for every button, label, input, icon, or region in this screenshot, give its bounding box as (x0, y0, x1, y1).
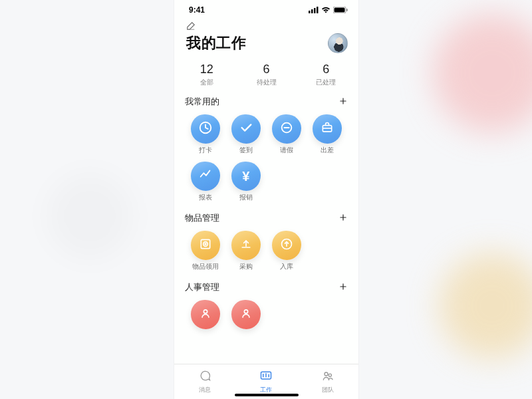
svg-point-15 (244, 310, 247, 313)
app-expense[interactable]: ¥ 报销 (225, 162, 266, 202)
tab-label: 团队 (322, 386, 334, 394)
app-warehouse-in[interactable]: 入库 (267, 231, 307, 271)
svg-rect-5 (334, 8, 345, 13)
svg-point-18 (329, 374, 331, 376)
add-icon[interactable] (338, 282, 348, 293)
app-label: 请假 (280, 146, 293, 155)
briefcase-icon (321, 121, 334, 137)
section-title-goods: 物品管理 (185, 213, 348, 224)
work-icon (259, 369, 273, 385)
svg-rect-2 (314, 8, 316, 13)
favorites-grid: 打卡 签到 请假 出差 报表 ¥ (185, 114, 348, 202)
svg-point-12 (205, 243, 206, 245)
stage: 9:41 我的工作 (0, 0, 532, 399)
add-icon[interactable] (338, 213, 348, 224)
app-label: 出差 (321, 146, 334, 155)
stat-value: 12 (177, 63, 237, 76)
signal-icon (309, 7, 319, 13)
svg-rect-3 (317, 7, 319, 13)
status-bar: 9:41 (174, 0, 358, 20)
app-label: 采购 (239, 263, 253, 271)
app-checkin[interactable]: 签到 (225, 114, 266, 155)
app-report[interactable]: 报表 (185, 162, 225, 202)
tab-messages[interactable]: 消息 (174, 364, 235, 399)
stat-value: 6 (237, 63, 297, 76)
phone-frame: 9:41 我的工作 (174, 0, 358, 399)
chat-icon (198, 369, 211, 385)
clock-icon (198, 120, 213, 138)
edit-icon[interactable] (186, 21, 196, 31)
upload-icon (239, 237, 253, 253)
yen-icon: ¥ (242, 169, 249, 184)
svg-rect-6 (346, 9, 348, 11)
app-label: 签到 (239, 146, 253, 155)
app-leave[interactable]: 请假 (267, 114, 307, 155)
wifi-icon (321, 7, 331, 13)
team-icon (321, 369, 334, 385)
app-label: 打卡 (199, 146, 212, 155)
section-title-hr: 人事管理 (185, 282, 348, 293)
trend-icon (198, 168, 213, 185)
app-label: 报销 (239, 194, 253, 202)
app-purchase[interactable]: 采购 (225, 231, 266, 271)
tab-label: 消息 (199, 386, 211, 394)
stat-label: 待处理 (237, 78, 297, 87)
add-icon[interactable] (338, 96, 348, 108)
box-icon (199, 237, 212, 253)
app-hr-item[interactable] (225, 300, 266, 329)
app-goods-take[interactable]: 物品领用 (185, 231, 225, 271)
section-label: 人事管理 (185, 282, 219, 293)
tab-team[interactable]: 团队 (297, 364, 358, 399)
section-title-favorites: 我常用的 (185, 96, 348, 108)
svg-rect-0 (309, 11, 311, 13)
stat-done[interactable]: 6 已处理 (296, 63, 356, 87)
tab-bar: 消息 工作 团队 (174, 364, 358, 399)
app-trip[interactable]: 出差 (307, 114, 348, 155)
stat-all[interactable]: 12 全部 (177, 63, 237, 87)
app-label: 报表 (199, 194, 212, 202)
status-time: 9:41 (189, 5, 205, 15)
home-indicator (235, 394, 299, 396)
battery-icon (333, 7, 348, 13)
svg-point-14 (203, 310, 207, 313)
minus-circle-icon (279, 120, 294, 138)
stat-label: 全部 (177, 78, 237, 87)
content-scroll[interactable]: 我常用的 打卡 签到 请假 (174, 94, 358, 364)
app-label: 入库 (280, 263, 293, 271)
goods-grid: 物品领用 采购 入库 (185, 231, 348, 271)
stat-pending[interactable]: 6 待处理 (237, 63, 297, 87)
check-icon (239, 120, 253, 138)
section-label: 物品管理 (185, 213, 219, 224)
stat-label: 已处理 (296, 78, 356, 87)
arrow-up-circle-icon (280, 237, 293, 253)
decorative-blob (439, 253, 532, 359)
app-punch[interactable]: 打卡 (185, 114, 225, 155)
stats-row: 12 全部 6 待处理 6 已处理 (174, 59, 358, 94)
person-icon (239, 307, 253, 323)
svg-point-17 (325, 372, 328, 376)
svg-rect-1 (311, 9, 313, 13)
person-icon (199, 307, 212, 323)
app-hr-item[interactable] (185, 300, 225, 329)
header: 我的工作 (174, 20, 358, 59)
stat-value: 6 (296, 63, 356, 76)
app-label: 物品领用 (192, 263, 219, 271)
avatar[interactable] (328, 33, 348, 53)
decorative-blob (47, 173, 133, 259)
page-title: 我的工作 (186, 33, 246, 53)
section-label: 我常用的 (185, 96, 219, 108)
decorative-blob (432, 13, 532, 133)
hr-grid (185, 300, 348, 329)
